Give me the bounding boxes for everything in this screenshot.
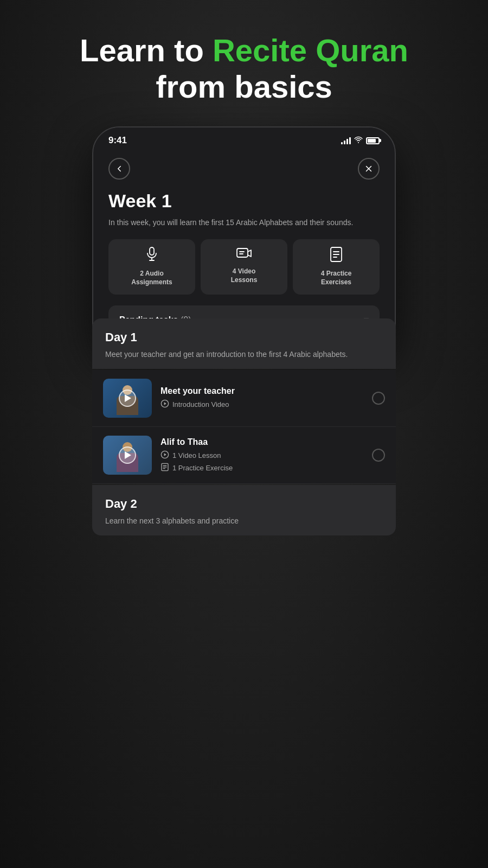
lesson-meta-item-practice: 1 Practice Exercise <box>160 463 363 473</box>
lesson-radio-2[interactable] <box>372 449 385 462</box>
status-time: 9:41 <box>108 135 127 146</box>
lesson-radio-1[interactable] <box>372 392 385 405</box>
stat-audio-assignments: 2 AudioAssignments <box>108 239 195 294</box>
svg-marker-15 <box>164 453 166 456</box>
lesson-meta-1: Introduction Video <box>160 399 363 410</box>
audio-assignments-label: 2 AudioAssignments <box>131 270 172 286</box>
stats-row: 2 AudioAssignments 4 VideoLessons <box>108 239 380 294</box>
hero-title: Learn to Recite Quran from basics <box>80 33 408 105</box>
stat-video-lessons: 4 VideoLessons <box>201 239 287 294</box>
hero-title-part2: from basics <box>156 69 332 104</box>
status-icons <box>341 136 380 145</box>
nav-row <box>108 158 380 180</box>
back-button[interactable] <box>108 158 130 180</box>
hero-title-highlight: Recite Quran <box>213 33 408 68</box>
day1-title: Day 1 <box>105 330 383 344</box>
lesson-thumbnail-2 <box>103 436 152 475</box>
day1-description: Meet your teacher and get an introductio… <box>105 349 383 360</box>
svg-rect-2 <box>150 247 154 255</box>
play-circle-icon <box>160 399 169 410</box>
play-circle-icon-2 <box>160 450 169 461</box>
phone-mockup: 9:41 <box>92 126 396 350</box>
status-bar: 9:41 <box>93 127 395 149</box>
lesson-item-meet-teacher[interactable]: Meet your teacher Introduction Video <box>92 370 396 427</box>
lesson-title-2: Alif to Thaa <box>160 437 363 447</box>
microphone-icon <box>145 247 158 265</box>
svg-rect-5 <box>237 248 248 257</box>
video-icon <box>236 247 252 263</box>
lesson-item-alif-thaa[interactable]: Alif to Thaa 1 Video Lesson <box>92 427 396 484</box>
battery-icon <box>366 137 380 144</box>
content-area: Day 1 Meet your teacher and get an intro… <box>92 318 396 535</box>
video-lessons-label: 4 VideoLessons <box>231 267 258 284</box>
play-button-1[interactable] <box>119 390 136 407</box>
day2-header: Day 2 Learn the next 3 alphabets and pra… <box>92 485 396 535</box>
lesson-title-1: Meet your teacher <box>160 386 363 396</box>
svg-marker-13 <box>164 402 166 405</box>
lesson-info-2: Alif to Thaa 1 Video Lesson <box>160 437 363 473</box>
week-title: Week 1 <box>108 190 380 212</box>
signal-bars-icon <box>341 137 351 144</box>
close-button[interactable] <box>358 158 380 180</box>
wifi-icon <box>354 136 363 145</box>
lesson-info-1: Meet your teacher Introduction Video <box>160 386 363 410</box>
practice-icon <box>330 247 343 265</box>
stat-practice-exercises: 4 PracticeExercises <box>293 239 380 294</box>
hero-title-part1: Learn to <box>80 33 213 68</box>
play-button-2[interactable] <box>119 446 136 464</box>
practice-exercises-label: 4 PracticeExercises <box>321 270 352 286</box>
lesson-meta-2: 1 Video Lesson 1 Practice Exercise <box>160 450 363 473</box>
day1-header: Day 1 Meet your teacher and get an intro… <box>92 318 396 369</box>
day2-title: Day 2 <box>105 497 383 511</box>
lesson-meta-item-video: Introduction Video <box>160 399 363 410</box>
day2-description: Learn the next 3 alphabets and practice <box>105 515 383 527</box>
week-description: In this week, you will learn the first 1… <box>108 217 380 228</box>
book-icon <box>160 463 169 473</box>
lesson-meta-item-video-2: 1 Video Lesson <box>160 450 363 461</box>
lesson-thumbnail-1 <box>103 379 152 418</box>
